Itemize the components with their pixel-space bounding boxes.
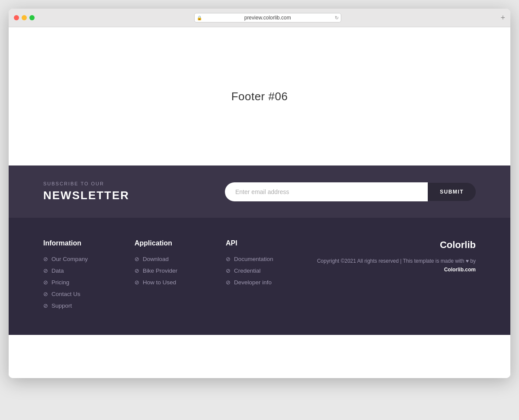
list-item: ⊘ How to Used: [135, 279, 199, 286]
list-item: ⊘ Credential: [226, 267, 291, 274]
circle-check-icon: ⊘: [226, 267, 231, 274]
circle-check-icon: ⊘: [43, 302, 48, 309]
newsletter-title: NEWSLETTER: [43, 189, 129, 202]
list-item: ⊘ Support: [43, 302, 108, 309]
footer-col-information-title: Information: [43, 239, 108, 247]
submit-button[interactable]: SUBMIT: [428, 183, 476, 201]
footer-col-information-links: ⊘ Our Company ⊘ Data ⊘ Pricing ⊘: [43, 256, 108, 309]
footer-link-data[interactable]: Data: [51, 267, 64, 274]
circle-check-icon: ⊘: [43, 267, 48, 274]
browser-window: 🔒 ↻ + Footer #06 SUBSCRIBE TO OUR NEWSLE…: [9, 9, 510, 378]
lock-icon: 🔒: [197, 16, 202, 20]
newsletter-section: SUBSCRIBE TO OUR NEWSLETTER SUBMIT: [9, 165, 510, 218]
list-item: ⊘ Contact Us: [43, 291, 108, 297]
circle-check-icon: ⊘: [43, 256, 48, 262]
footer-link-contact-us[interactable]: Contact Us: [51, 291, 80, 297]
footer-col-information: Information ⊘ Our Company ⊘ Data ⊘ Prici: [43, 239, 108, 309]
copyright-text: Copyright ©2021 All rights reserved | Th…: [317, 258, 476, 264]
footer-brand-name: Colorlib: [317, 239, 476, 251]
circle-check-icon: ⊘: [226, 256, 231, 262]
circle-check-icon: ⊘: [43, 279, 48, 286]
hero-section: Footer #06: [9, 27, 510, 165]
hero-title: Footer #06: [231, 90, 288, 103]
circle-check-icon: ⊘: [135, 279, 139, 286]
circle-check-icon: ⊘: [43, 291, 48, 297]
browser-chrome: 🔒 ↻ +: [9, 9, 510, 27]
circle-check-icon: ⊘: [135, 267, 139, 274]
newsletter-form: SUBMIT: [225, 182, 476, 201]
footer-col-api: API ⊘ Documentation ⊘ Credential ⊘ Devel: [226, 239, 291, 309]
footer-link-support[interactable]: Support: [51, 302, 72, 309]
list-item: ⊘ Developer info: [226, 279, 291, 286]
newsletter-text: SUBSCRIBE TO OUR NEWSLETTER: [43, 181, 129, 202]
footer-copyright: Copyright ©2021 All rights reserved | Th…: [317, 257, 476, 274]
list-item: ⊘ Bike Provider: [135, 267, 199, 274]
footer-link-bike-provider[interactable]: Bike Provider: [143, 267, 177, 274]
footer-link-pricing[interactable]: Pricing: [51, 279, 69, 286]
footer-link-our-company[interactable]: Our Company: [51, 256, 88, 262]
footer-link-how-to-used[interactable]: How to Used: [143, 279, 176, 286]
footer-col-application-title: Application: [135, 239, 199, 247]
footer-col-application-links: ⊘ Download ⊘ Bike Provider ⊘ How to Used: [135, 256, 199, 286]
circle-check-icon: ⊘: [226, 279, 231, 286]
list-item: ⊘ Download: [135, 256, 199, 262]
page-content: Footer #06 SUBSCRIBE TO OUR NEWSLETTER S…: [9, 27, 510, 378]
address-bar: 🔒 ↻: [38, 13, 497, 22]
list-item: ⊘ Our Company: [43, 256, 108, 262]
email-input[interactable]: [225, 182, 428, 201]
new-tab-button[interactable]: +: [500, 14, 505, 22]
footer-link-credential[interactable]: Credential: [234, 267, 261, 274]
footer-columns: Information ⊘ Our Company ⊘ Data ⊘ Prici: [43, 239, 476, 309]
footer-link-developer-info[interactable]: Developer info: [234, 279, 272, 286]
url-input[interactable]: [194, 13, 341, 22]
footer-brand-col: Colorlib Copyright ©2021 All rights rese…: [317, 239, 476, 309]
footer-link-download[interactable]: Download: [143, 256, 169, 262]
circle-check-icon: ⊘: [135, 256, 139, 262]
newsletter-subtitle: SUBSCRIBE TO OUR: [43, 181, 129, 186]
footer-col-application: Application ⊘ Download ⊘ Bike Provider ⊘: [135, 239, 199, 309]
minimize-button[interactable]: [22, 15, 27, 20]
footer-link-documentation[interactable]: Documentation: [234, 256, 273, 262]
list-item: ⊘ Data: [43, 267, 108, 274]
maximize-button[interactable]: [29, 15, 35, 20]
footer-col-api-links: ⊘ Documentation ⊘ Credential ⊘ Developer…: [226, 256, 291, 286]
traffic-lights: [14, 15, 35, 20]
list-item: ⊘ Documentation: [226, 256, 291, 262]
list-item: ⊘ Pricing: [43, 279, 108, 286]
bottom-bar: [9, 335, 510, 378]
refresh-icon[interactable]: ↻: [335, 15, 339, 21]
colorlib-link[interactable]: Colorlib.com: [444, 267, 476, 273]
footer-col-api-title: API: [226, 239, 291, 247]
close-button[interactable]: [14, 15, 19, 20]
footer-section: Information ⊘ Our Company ⊘ Data ⊘ Prici: [9, 218, 510, 335]
